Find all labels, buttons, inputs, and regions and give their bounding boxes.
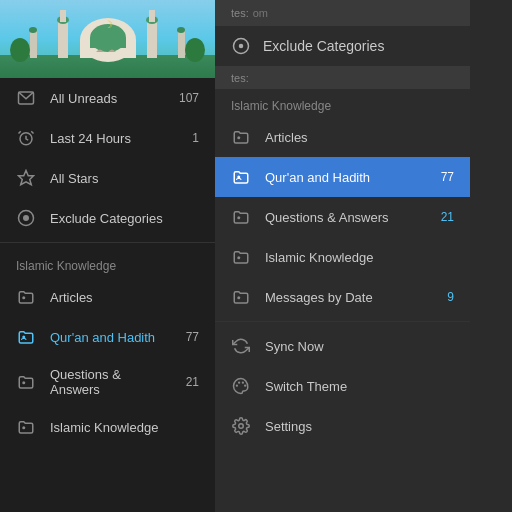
nav-item-all-stars[interactable]: All Stars: [0, 158, 215, 198]
svg-point-24: [22, 296, 25, 299]
right-folder-quran-icon: [231, 167, 251, 187]
right-nav-qa[interactable]: Questions & Answers 21: [215, 197, 470, 237]
folder-icon-qa: [16, 372, 36, 392]
mail-icon: [16, 88, 36, 108]
svg-point-33: [237, 256, 240, 259]
svg-point-17: [10, 38, 30, 62]
sync-icon: [231, 336, 251, 356]
gear-icon: [231, 416, 251, 436]
bg-strip-top: tes:: [231, 7, 249, 19]
right-nav-messages-date[interactable]: Messages by Date 9: [215, 277, 470, 317]
right-quran-badge: 77: [441, 170, 454, 184]
svg-point-13: [29, 27, 37, 33]
folder-icon-articles: [16, 287, 36, 307]
right-nav-ik[interactable]: Islamic Knowledge: [215, 237, 470, 277]
svg-point-27: [22, 426, 25, 429]
folder-person-icon-quran: [16, 327, 36, 347]
quran-badge: 77: [186, 330, 199, 344]
nav-item-exclude-categories-label: Exclude Categories: [50, 211, 163, 226]
svg-point-26: [22, 381, 25, 384]
svg-rect-6: [58, 20, 68, 58]
right-nav-articles[interactable]: Articles: [215, 117, 470, 157]
nav-item-last-24[interactable]: Last 24 Hours 1: [0, 118, 215, 158]
left-nav-list: All Unreads 107 Last 24 Hours 1: [0, 78, 215, 512]
svg-text:☽: ☽: [104, 19, 113, 30]
exclude-categories-icon: [231, 36, 251, 56]
right-folder-qa-icon: [231, 207, 251, 227]
right-dropdown-panel: tes: om Exclude Categories tes: Islamic …: [215, 0, 470, 512]
right-nav-quran-hadith[interactable]: Qur'an and Hadith 77: [215, 157, 470, 197]
folder-icon-ik: [16, 417, 36, 437]
all-unreads-badge: 107: [179, 91, 199, 105]
svg-point-29: [239, 44, 244, 49]
right-folder-articles-icon: [231, 127, 251, 147]
right-divider: [215, 321, 470, 322]
right-articles-label: Articles: [265, 130, 308, 145]
nav-item-quran-label: Qur'an and Hadith: [50, 330, 155, 345]
svg-point-15: [177, 27, 185, 33]
svg-point-37: [242, 382, 244, 384]
nav-item-ik-label: Islamic Knowledge: [50, 420, 158, 435]
svg-point-18: [185, 38, 205, 62]
right-quran-label: Qur'an and Hadith: [265, 170, 370, 185]
svg-rect-12: [30, 30, 37, 58]
right-qa-label: Questions & Answers: [265, 210, 389, 225]
svg-rect-8: [60, 10, 66, 22]
right-messages-badge: 9: [447, 290, 454, 304]
nav-item-islamic-knowledge[interactable]: Islamic Knowledge: [0, 407, 215, 447]
svg-rect-5: [90, 38, 126, 48]
svg-rect-11: [149, 10, 155, 22]
hero-image: ☽: [0, 0, 215, 78]
nav-item-all-unreads[interactable]: All Unreads 107: [0, 78, 215, 118]
sync-label: Sync Now: [265, 339, 324, 354]
right-nav-sync[interactable]: Sync Now: [215, 326, 470, 366]
divider-1: [0, 242, 215, 243]
alarm-icon: [16, 128, 36, 148]
switch-theme-label: Switch Theme: [265, 379, 347, 394]
svg-point-34: [237, 296, 240, 299]
svg-point-30: [237, 136, 240, 139]
nav-item-last-24-label: Last 24 Hours: [50, 131, 131, 146]
svg-point-36: [238, 382, 240, 384]
right-nav-settings[interactable]: Settings: [215, 406, 470, 446]
right-nav-switch-theme[interactable]: Switch Theme: [215, 366, 470, 406]
nav-item-qa-label: Questions & Answers: [50, 367, 172, 397]
left-sidebar: ☽ All Unreads 107: [0, 0, 215, 512]
nav-item-articles-label: Articles: [50, 290, 93, 305]
nav-item-articles[interactable]: Articles: [0, 277, 215, 317]
right-ik-label: Islamic Knowledge: [265, 250, 373, 265]
svg-point-38: [244, 385, 246, 387]
right-messages-date-label: Messages by Date: [265, 290, 373, 305]
right-folder-ik-icon: [231, 247, 251, 267]
svg-rect-9: [147, 20, 157, 58]
svg-point-23: [24, 216, 29, 221]
right-qa-badge: 21: [441, 210, 454, 224]
nav-item-all-unreads-label: All Unreads: [50, 91, 117, 106]
svg-marker-21: [19, 171, 34, 185]
qa-badge: 21: [186, 375, 199, 389]
palette-icon: [231, 376, 251, 396]
right-panel-header[interactable]: Exclude Categories: [215, 26, 470, 67]
right-header-label: Exclude Categories: [263, 38, 384, 54]
settings-label: Settings: [265, 419, 312, 434]
svg-point-39: [239, 424, 244, 429]
section-label-islamic-knowledge: Islamic Knowledge: [0, 247, 215, 277]
svg-point-35: [236, 385, 238, 387]
star-icon: [16, 168, 36, 188]
nav-item-exclude-categories[interactable]: Exclude Categories: [0, 198, 215, 238]
nav-item-all-stars-label: All Stars: [50, 171, 98, 186]
nav-item-quran-hadith[interactable]: Qur'an and Hadith 77: [0, 317, 215, 357]
svg-rect-14: [178, 30, 185, 58]
last-24-badge: 1: [192, 131, 199, 145]
right-section-label: Islamic Knowledge: [215, 89, 470, 117]
svg-point-32: [237, 216, 240, 219]
nav-item-questions-answers[interactable]: Questions & Answers 21: [0, 357, 215, 407]
circle-dot-icon: [16, 208, 36, 228]
right-folder-msg-icon: [231, 287, 251, 307]
